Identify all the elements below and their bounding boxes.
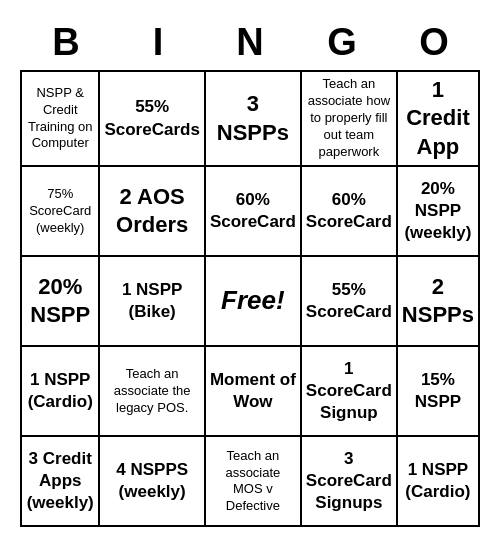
bingo-cell: 1 ScoreCard Signup	[301, 346, 397, 436]
bingo-cell: 55% ScoreCards	[99, 71, 204, 167]
bingo-cell: 4 NSPPS (weekly)	[99, 436, 204, 526]
bingo-cell: 1 NSPP (Bike)	[99, 256, 204, 346]
bingo-cell: 20% NSPP (weekly)	[397, 166, 479, 256]
bingo-cell: 55% ScoreCard	[301, 256, 397, 346]
bingo-cell: Teach an associate how to properly fill …	[301, 71, 397, 167]
header-letter: G	[296, 17, 388, 68]
bingo-cell: NSPP & Credit Training on Computer	[21, 71, 99, 167]
bingo-cell: 3 Credit Apps (weekly)	[21, 436, 99, 526]
bingo-cell: 15% NSPP	[397, 346, 479, 436]
bingo-cell: 2 NSPPs	[397, 256, 479, 346]
bingo-cell: 60% ScoreCard	[301, 166, 397, 256]
bingo-header: BINGO	[20, 17, 480, 68]
bingo-grid: NSPP & Credit Training on Computer55% Sc…	[20, 70, 480, 528]
bingo-cell: 3 ScoreCard Signups	[301, 436, 397, 526]
bingo-cell: 1 NSPP (Cardio)	[21, 346, 99, 436]
bingo-cell: 2 AOS Orders	[99, 166, 204, 256]
bingo-cell: Teach an associate MOS v Defective	[205, 436, 301, 526]
bingo-cell: 75% ScoreCard (weekly)	[21, 166, 99, 256]
bingo-cell: Free!	[205, 256, 301, 346]
bingo-cell: 3 NSPPs	[205, 71, 301, 167]
header-letter: O	[388, 17, 480, 68]
bingo-cell: Moment of Wow	[205, 346, 301, 436]
bingo-cell: 60% ScoreCard	[205, 166, 301, 256]
bingo-cell: Teach an associate the legacy POS.	[99, 346, 204, 436]
bingo-cell: 1 Credit App	[397, 71, 479, 167]
bingo-card: BINGO NSPP & Credit Training on Computer…	[10, 7, 490, 538]
header-letter: N	[204, 17, 296, 68]
header-letter: B	[20, 17, 112, 68]
bingo-cell: 1 NSPP (Cardio)	[397, 436, 479, 526]
header-letter: I	[112, 17, 204, 68]
bingo-cell: 20% NSPP	[21, 256, 99, 346]
